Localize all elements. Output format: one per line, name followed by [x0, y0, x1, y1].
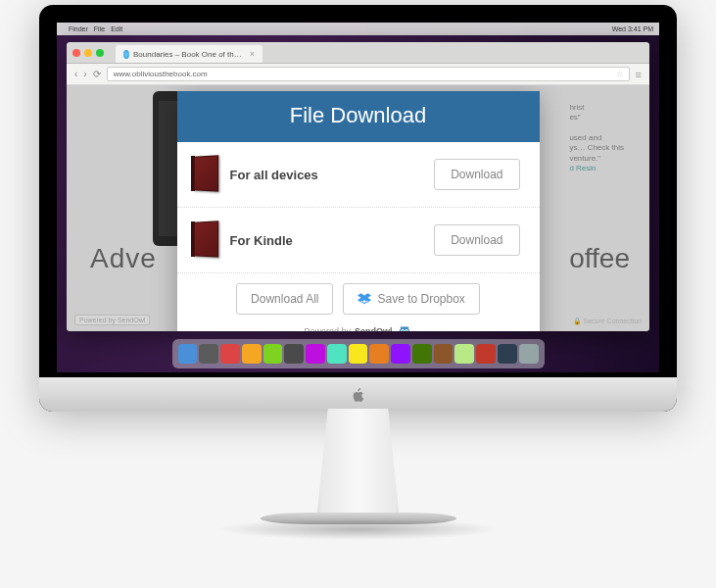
owl-icon — [397, 324, 412, 331]
tab-close-icon[interactable]: × — [250, 49, 255, 59]
url-text: www.obliviousthebook.com — [114, 70, 208, 78]
dock-app-icon[interactable] — [412, 344, 432, 364]
dock-app-icon[interactable] — [349, 344, 368, 364]
dock-app-icon[interactable] — [519, 344, 539, 364]
minimize-icon[interactable] — [84, 49, 92, 57]
bookmark-star-icon[interactable]: ☆ — [616, 70, 623, 78]
dock-app-icon[interactable] — [391, 344, 410, 364]
browser-window: Boundaries – Book One of th… × ‹ › ⟳ www… — [67, 42, 649, 331]
forward-button[interactable]: › — [83, 69, 86, 79]
browser-tab[interactable]: Boundaries – Book One of th… × — [116, 45, 263, 63]
imac-chin — [39, 377, 677, 412]
window-traffic-lights[interactable] — [72, 49, 104, 57]
book-cover-icon — [191, 156, 218, 193]
macos-dock[interactable] — [172, 339, 545, 368]
dock-app-icon[interactable] — [306, 344, 325, 364]
dock-app-icon[interactable] — [434, 344, 453, 364]
macos-menubar: Finder File Edit Wed 3:41 PM — [57, 23, 659, 35]
file-label: For all devices — [230, 168, 423, 182]
dock-app-icon[interactable] — [327, 344, 347, 364]
powered-by-sendowl: Powered by SendOwl — [177, 320, 540, 331]
dock-app-icon[interactable] — [220, 344, 240, 364]
dock-app-icon[interactable] — [242, 344, 262, 364]
menu-item[interactable]: File — [94, 25, 105, 32]
download-all-button[interactable]: Download All — [236, 283, 333, 315]
browser-tabbar: Boundaries – Book One of th… × — [67, 42, 649, 64]
tab-title: Boundaries – Book One of th… — [133, 50, 242, 59]
url-input[interactable]: www.obliviousthebook.com ☆ — [107, 67, 630, 81]
dock-app-icon[interactable] — [178, 344, 198, 364]
file-download-modal: File Download For all devices Download F… — [177, 91, 540, 331]
file-row: For all devices Download — [177, 142, 540, 208]
dropbox-icon — [358, 293, 371, 305]
reload-button[interactable]: ⟳ — [93, 69, 101, 79]
download-button[interactable]: Download — [434, 224, 519, 256]
dock-app-icon[interactable] — [454, 344, 474, 364]
apple-logo-icon — [351, 388, 366, 404]
book-cover-icon — [191, 221, 218, 259]
page-content: hrist es" used and ys… Check this ventur… — [67, 85, 649, 331]
favicon-icon — [123, 50, 129, 59]
maximize-icon[interactable] — [96, 49, 104, 57]
dock-app-icon[interactable] — [369, 344, 389, 364]
dock-app-icon[interactable] — [498, 344, 517, 364]
dock-app-icon[interactable] — [476, 344, 496, 364]
svg-point-4 — [406, 330, 406, 331]
close-icon[interactable] — [72, 49, 80, 57]
menu-item[interactable]: Finder — [69, 25, 88, 32]
browser-menu-icon[interactable]: ≡ — [636, 69, 642, 80]
modal-title: File Download — [177, 91, 540, 142]
dock-app-icon[interactable] — [263, 344, 283, 364]
back-button[interactable]: ‹ — [74, 69, 77, 79]
file-row: For Kindle Download — [177, 208, 540, 273]
browser-address-bar: ‹ › ⟳ www.obliviousthebook.com ☆ ≡ — [67, 64, 649, 85]
menubar-clock: Wed 3:41 PM — [612, 25, 653, 32]
menu-item[interactable]: Edit — [111, 25, 122, 32]
save-to-dropbox-button[interactable]: Save to Dropbox — [343, 283, 479, 315]
svg-point-3 — [402, 330, 403, 331]
download-button[interactable]: Download — [434, 159, 519, 190]
dock-app-icon[interactable] — [284, 344, 304, 364]
modal-actions: Download All Save to Dropbox — [177, 273, 540, 320]
dock-app-icon[interactable] — [199, 344, 218, 364]
file-label: For Kindle — [230, 233, 423, 248]
imac-stand — [290, 409, 427, 575]
